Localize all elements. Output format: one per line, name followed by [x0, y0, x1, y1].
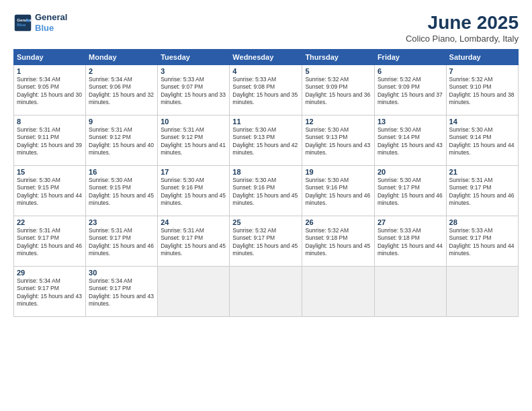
calendar-day-cell: 20Sunrise: 5:30 AMSunset: 9:17 PMDayligh… [374, 166, 446, 216]
calendar-table: Sunday Monday Tuesday Wednesday Thursday… [13, 49, 519, 317]
day-info: Sunrise: 5:30 AMSunset: 9:13 PMDaylight:… [305, 126, 371, 157]
day-number: 17 [161, 168, 226, 176]
calendar-day-cell: 22Sunrise: 5:31 AMSunset: 9:17 PMDayligh… [14, 216, 86, 267]
day-info: Sunrise: 5:30 AMSunset: 9:16 PMDaylight:… [161, 177, 226, 208]
day-info: Sunrise: 5:30 AMSunset: 9:17 PMDaylight:… [378, 177, 443, 208]
day-info: Sunrise: 5:30 AMSunset: 9:16 PMDaylight:… [232, 177, 299, 208]
empty-cell [302, 267, 375, 317]
empty-cell [446, 267, 518, 317]
calendar-header-row: Sunday Monday Tuesday Wednesday Thursday… [14, 50, 519, 65]
day-info: Sunrise: 5:32 AMSunset: 9:09 PMDaylight:… [378, 76, 443, 107]
calendar-day-cell: 29Sunrise: 5:34 AMSunset: 9:17 PMDayligh… [14, 267, 86, 317]
day-number: 11 [232, 118, 299, 126]
calendar-day-cell: 10Sunrise: 5:31 AMSunset: 9:12 PMDayligh… [158, 116, 230, 166]
header-sunday: Sunday [14, 50, 86, 65]
day-info: Sunrise: 5:33 AMSunset: 9:07 PMDaylight:… [161, 76, 226, 107]
header-monday: Monday [86, 50, 158, 65]
day-number: 4 [232, 67, 299, 75]
header-wednesday: Wednesday [230, 50, 302, 65]
day-info: Sunrise: 5:34 AMSunset: 9:17 PMDaylight:… [89, 277, 154, 308]
calendar-day-cell: 7Sunrise: 5:32 AMSunset: 9:10 PMDaylight… [446, 65, 518, 116]
calendar-day-cell: 23Sunrise: 5:31 AMSunset: 9:17 PMDayligh… [86, 216, 158, 267]
day-info: Sunrise: 5:31 AMSunset: 9:12 PMDaylight:… [89, 126, 154, 157]
day-info: Sunrise: 5:31 AMSunset: 9:12 PMDaylight:… [161, 126, 226, 157]
day-number: 13 [378, 118, 443, 126]
page-subtitle: Colico Piano, Lombardy, Italy [406, 34, 519, 44]
day-number: 26 [305, 218, 371, 226]
day-info: Sunrise: 5:31 AMSunset: 9:17 PMDaylight:… [449, 177, 515, 208]
svg-text:Blue: Blue [17, 22, 26, 27]
logo-text-general: General [35, 12, 67, 23]
calendar-day-cell: 18Sunrise: 5:30 AMSunset: 9:16 PMDayligh… [230, 166, 302, 216]
day-number: 25 [232, 218, 299, 226]
day-info: Sunrise: 5:30 AMSunset: 9:13 PMDaylight:… [232, 126, 299, 157]
day-info: Sunrise: 5:30 AMSunset: 9:14 PMDaylight:… [378, 126, 443, 157]
calendar-day-cell: 24Sunrise: 5:31 AMSunset: 9:17 PMDayligh… [158, 216, 230, 267]
day-number: 7 [449, 67, 515, 75]
day-number: 22 [17, 218, 83, 226]
day-number: 12 [305, 118, 371, 126]
day-number: 2 [89, 67, 154, 75]
calendar-week-row: 29Sunrise: 5:34 AMSunset: 9:17 PMDayligh… [14, 267, 519, 317]
header-tuesday: Tuesday [158, 50, 230, 65]
day-number: 8 [17, 118, 83, 126]
day-number: 30 [89, 269, 154, 277]
calendar-day-cell: 13Sunrise: 5:30 AMSunset: 9:14 PMDayligh… [374, 116, 446, 166]
calendar-day-cell: 27Sunrise: 5:33 AMSunset: 9:18 PMDayligh… [374, 216, 446, 267]
calendar-day-cell: 25Sunrise: 5:32 AMSunset: 9:17 PMDayligh… [230, 216, 302, 267]
empty-cell [374, 267, 446, 317]
header-saturday: Saturday [446, 50, 518, 65]
calendar-day-cell: 21Sunrise: 5:31 AMSunset: 9:17 PMDayligh… [446, 166, 518, 216]
calendar-week-row: 1Sunrise: 5:34 AMSunset: 9:05 PMDaylight… [14, 65, 519, 116]
calendar-day-cell: 11Sunrise: 5:30 AMSunset: 9:13 PMDayligh… [230, 116, 302, 166]
title-block: June 2025 Colico Piano, Lombardy, Italy [406, 12, 519, 44]
day-info: Sunrise: 5:31 AMSunset: 9:17 PMDaylight:… [161, 227, 226, 258]
day-number: 18 [232, 168, 299, 176]
calendar-day-cell: 4Sunrise: 5:33 AMSunset: 9:08 PMDaylight… [230, 65, 302, 116]
day-info: Sunrise: 5:30 AMSunset: 9:16 PMDaylight:… [305, 177, 371, 208]
calendar-day-cell: 14Sunrise: 5:30 AMSunset: 9:14 PMDayligh… [446, 116, 518, 166]
day-number: 27 [378, 218, 443, 226]
day-number: 14 [449, 118, 515, 126]
empty-cell [158, 267, 230, 317]
day-number: 20 [378, 168, 443, 176]
calendar-day-cell: 12Sunrise: 5:30 AMSunset: 9:13 PMDayligh… [302, 116, 375, 166]
day-number: 28 [449, 218, 515, 226]
header-thursday: Thursday [302, 50, 375, 65]
day-number: 1 [17, 67, 83, 75]
day-number: 21 [449, 168, 515, 176]
calendar-day-cell: 5Sunrise: 5:32 AMSunset: 9:09 PMDaylight… [302, 65, 375, 116]
calendar-day-cell: 19Sunrise: 5:30 AMSunset: 9:16 PMDayligh… [302, 166, 375, 216]
calendar-day-cell: 2Sunrise: 5:34 AMSunset: 9:06 PMDaylight… [86, 65, 158, 116]
page-title: June 2025 [406, 12, 519, 34]
day-info: Sunrise: 5:32 AMSunset: 9:17 PMDaylight:… [232, 227, 299, 258]
day-info: Sunrise: 5:34 AMSunset: 9:17 PMDaylight:… [17, 277, 83, 308]
logo-icon: General Blue [13, 13, 32, 32]
calendar-day-cell: 28Sunrise: 5:33 AMSunset: 9:17 PMDayligh… [446, 216, 518, 267]
day-number: 29 [17, 269, 83, 277]
day-info: Sunrise: 5:31 AMSunset: 9:17 PMDaylight:… [89, 227, 154, 258]
logo: General Blue General Blue [13, 12, 67, 33]
day-number: 23 [89, 218, 154, 226]
day-number: 3 [161, 67, 226, 75]
day-info: Sunrise: 5:34 AMSunset: 9:06 PMDaylight:… [89, 76, 154, 107]
day-info: Sunrise: 5:30 AMSunset: 9:15 PMDaylight:… [89, 177, 154, 208]
calendar-day-cell: 16Sunrise: 5:30 AMSunset: 9:15 PMDayligh… [86, 166, 158, 216]
calendar-week-row: 8Sunrise: 5:31 AMSunset: 9:11 PMDaylight… [14, 116, 519, 166]
calendar-week-row: 15Sunrise: 5:30 AMSunset: 9:15 PMDayligh… [14, 166, 519, 216]
day-number: 5 [305, 67, 371, 75]
calendar-day-cell: 9Sunrise: 5:31 AMSunset: 9:12 PMDaylight… [86, 116, 158, 166]
calendar-day-cell: 8Sunrise: 5:31 AMSunset: 9:11 PMDaylight… [14, 116, 86, 166]
day-info: Sunrise: 5:34 AMSunset: 9:05 PMDaylight:… [17, 76, 83, 107]
day-info: Sunrise: 5:33 AMSunset: 9:17 PMDaylight:… [449, 227, 515, 258]
day-number: 15 [17, 168, 83, 176]
calendar-day-cell: 6Sunrise: 5:32 AMSunset: 9:09 PMDaylight… [374, 65, 446, 116]
day-number: 9 [89, 118, 154, 126]
day-info: Sunrise: 5:30 AMSunset: 9:14 PMDaylight:… [449, 126, 515, 157]
day-info: Sunrise: 5:30 AMSunset: 9:15 PMDaylight:… [17, 177, 83, 208]
day-info: Sunrise: 5:33 AMSunset: 9:08 PMDaylight:… [232, 76, 299, 107]
logo-text-blue: Blue [35, 23, 67, 34]
header-friday: Friday [374, 50, 446, 65]
day-number: 6 [378, 67, 443, 75]
day-info: Sunrise: 5:32 AMSunset: 9:18 PMDaylight:… [305, 227, 371, 258]
